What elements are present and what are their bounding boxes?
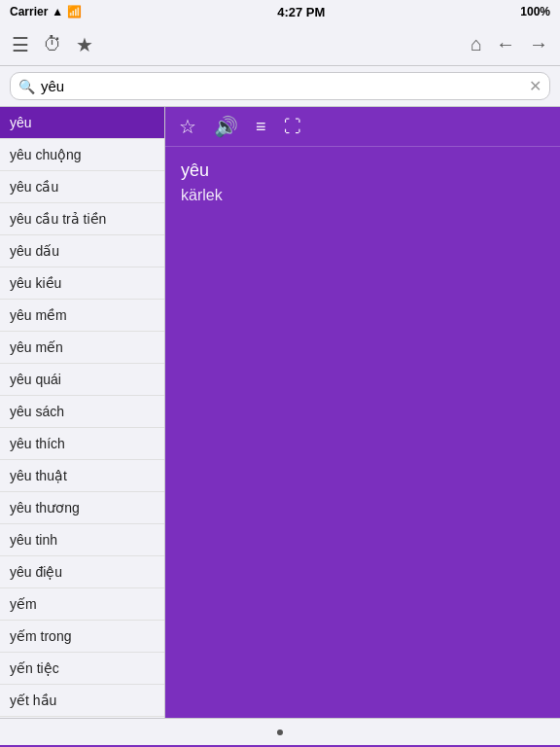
history-icon[interactable]: ⏱ [43, 33, 62, 55]
list-item[interactable]: yến tiệc [0, 653, 164, 685]
main-content: yêuyêu chuộngyêu cầuyêu cầu trả tiềnyêu … [0, 107, 560, 718]
status-time: 4:27 PM [277, 5, 325, 19]
tab-dot [277, 729, 283, 735]
list-item[interactable]: yêu cầu trả tiền [0, 203, 164, 235]
list-item[interactable]: yếm [0, 588, 164, 621]
nav-left: ☰ ⏱ ★ [12, 33, 93, 56]
status-bar: Carrier ▲ 📶 4:27 PM 100% [0, 0, 560, 23]
list-item[interactable]: yêu kiều [0, 267, 164, 300]
word-heading: yêu [181, 160, 544, 181]
search-input-wrapper: 🔍 ✕ [10, 72, 550, 100]
list-item[interactable]: yếm trong [0, 621, 164, 653]
list-item[interactable]: yêu dấu [0, 235, 164, 267]
list-item[interactable]: yết hầu [0, 685, 164, 717]
word-translation: kärlek [181, 187, 544, 204]
search-clear-icon[interactable]: ✕ [529, 77, 542, 95]
starred-icon[interactable]: ★ [76, 33, 93, 56]
left-panel: yêuyêu chuộngyêu cầuyêu cầu trả tiềnyêu … [0, 107, 165, 718]
list-item[interactable]: yêu chuộng [0, 139, 164, 171]
list-item[interactable]: yêu thuật [0, 460, 164, 492]
list-item[interactable]: yêu mềm [0, 300, 164, 332]
carrier-label: Carrier [10, 5, 48, 18]
right-panel: ☆ 🔊 ≡ ⛶ yêu kärlek [165, 107, 560, 718]
search-bar: 🔍 ✕ [0, 66, 560, 107]
favorite-icon[interactable]: ☆ [179, 115, 196, 138]
list-item[interactable]: yêu quái [0, 364, 164, 396]
nav-bar: ☰ ⏱ ★ ⌂ ← → [0, 23, 560, 66]
home-icon[interactable]: ⌂ [471, 33, 482, 55]
back-icon[interactable]: ← [496, 33, 515, 55]
menu-icon[interactable]: ☰ [12, 33, 29, 56]
right-toolbar: ☆ 🔊 ≡ ⛶ [165, 107, 560, 147]
forward-icon[interactable]: → [529, 33, 548, 55]
tab-bar [0, 718, 560, 745]
list-item[interactable]: yêu [0, 107, 164, 139]
nav-right: ⌂ ← → [471, 33, 548, 55]
list-item[interactable]: yêu cầu [0, 171, 164, 203]
list-item[interactable]: yêu thích [0, 428, 164, 460]
search-input[interactable] [41, 78, 523, 94]
list-item[interactable]: yêu thương [0, 492, 164, 524]
list-item[interactable]: yêu điệu [0, 556, 164, 588]
right-content: yêu kärlek [165, 147, 560, 718]
list-item[interactable]: yêu sách [0, 396, 164, 428]
status-battery: 100% [520, 5, 550, 18]
list-item[interactable]: yêu mến [0, 332, 164, 364]
search-icon: 🔍 [18, 79, 35, 94]
list-icon[interactable]: ≡ [256, 117, 266, 137]
signal-icon: ▲ [52, 5, 63, 18]
list-item[interactable]: yết hầu viêm [0, 717, 164, 718]
status-left: Carrier ▲ 📶 [10, 5, 82, 18]
list-item[interactable]: yêu tinh [0, 524, 164, 556]
audio-icon[interactable]: 🔊 [214, 115, 238, 138]
wifi-icon: 📶 [67, 5, 82, 18]
expand-icon[interactable]: ⛶ [284, 117, 301, 137]
